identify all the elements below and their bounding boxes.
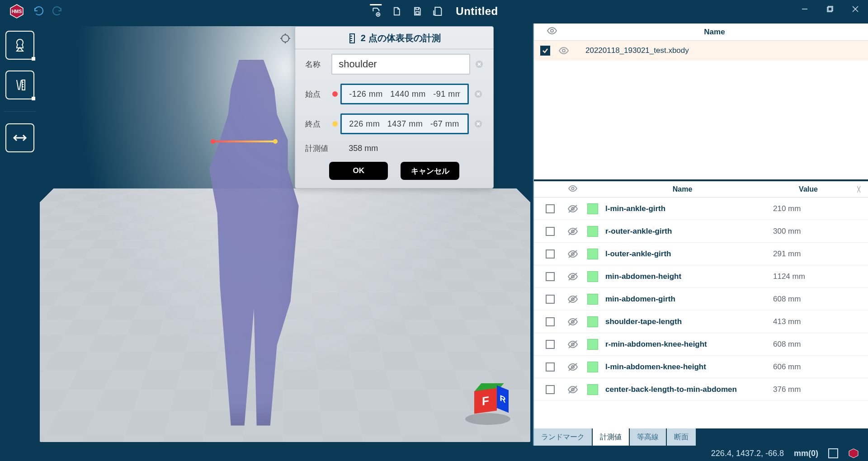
measure-checkbox[interactable] bbox=[538, 317, 562, 326]
color-swatch[interactable] bbox=[584, 249, 602, 259]
measure-value-header[interactable]: Value bbox=[763, 185, 854, 193]
files-pane: Name 20220118_193021_test.xbody bbox=[534, 24, 868, 181]
measure-value: 413 mm bbox=[773, 317, 863, 326]
cancel-button[interactable]: キャンセル bbox=[401, 162, 459, 180]
measure-row[interactable]: min-abdomen-girth 608 mm bbox=[534, 288, 868, 310]
ruler-icon bbox=[348, 33, 356, 43]
measure-checkbox[interactable] bbox=[538, 272, 562, 281]
measure-value: 376 mm bbox=[773, 385, 863, 394]
measure-name: l-min-ankle-girth bbox=[602, 204, 773, 213]
tab-measure[interactable]: 計測値 bbox=[593, 428, 629, 446]
measure-row[interactable]: center-back-length-to-min-abdomen 376 mm bbox=[534, 378, 868, 401]
new-doc-button[interactable] bbox=[391, 5, 402, 17]
measure-checkbox[interactable] bbox=[538, 340, 562, 349]
eye-off-icon[interactable] bbox=[562, 385, 584, 394]
window-minimize-button[interactable] bbox=[792, 0, 817, 18]
color-swatch[interactable] bbox=[584, 339, 602, 350]
window-maximize-button[interactable] bbox=[817, 0, 843, 18]
mode-measure-button[interactable] bbox=[5, 71, 34, 99]
status-coords: 226.4, 1437.2, -66.8 bbox=[711, 449, 784, 458]
tab-section[interactable]: 断面 bbox=[667, 428, 696, 446]
measurements-pane: Name Value ╳ l-min-ankle-girth 210 mm r-… bbox=[534, 181, 868, 446]
end-color-dot bbox=[332, 121, 338, 127]
clear-name-button[interactable] bbox=[475, 59, 483, 69]
status-logo-icon[interactable] bbox=[848, 448, 859, 459]
eye-icon[interactable] bbox=[556, 47, 572, 55]
measure-value: 210 mm bbox=[773, 204, 863, 213]
measure-checkbox[interactable] bbox=[538, 249, 562, 259]
tab-contour[interactable]: 等高線 bbox=[630, 428, 666, 446]
file-row[interactable]: 20220118_193021_test.xbody bbox=[534, 41, 868, 61]
measure-checkbox[interactable] bbox=[538, 362, 562, 372]
file-checkbox[interactable] bbox=[540, 46, 550, 56]
svg-marker-44 bbox=[849, 449, 858, 458]
viewport-3d[interactable]: F R 2 点の体表長の計測 名称 bbox=[40, 26, 530, 442]
start-label: 始点 bbox=[305, 89, 330, 99]
eye-off-icon[interactable] bbox=[562, 362, 584, 372]
eye-off-icon[interactable] bbox=[562, 227, 584, 236]
titlebar: HMS Untitled bbox=[0, 0, 868, 23]
measure-row[interactable]: l-min-abdomen-knee-height 606 mm bbox=[534, 356, 868, 378]
undo-button[interactable] bbox=[30, 2, 48, 20]
color-swatch[interactable] bbox=[584, 384, 602, 395]
status-bar: 226.4, 1437.2, -66.8 mm(0) bbox=[0, 446, 868, 461]
measure-row[interactable]: r-min-abdomen-knee-height 608 mm bbox=[534, 333, 868, 356]
measure-row[interactable]: shoulder-tape-length 413 mm bbox=[534, 310, 868, 333]
measure-checkbox[interactable] bbox=[538, 227, 562, 236]
orientation-cube[interactable]: F R bbox=[467, 380, 509, 421]
measure-name: shoulder-tape-length bbox=[602, 317, 773, 326]
measure-checkbox[interactable] bbox=[538, 385, 562, 394]
svg-rect-3 bbox=[416, 12, 419, 14]
measure-row[interactable]: l-outer-ankle-girth 291 mm bbox=[534, 243, 868, 265]
measurement-panel: 2 点の体表長の計測 名称 始点 bbox=[295, 26, 494, 188]
start-point-input[interactable] bbox=[340, 84, 469, 104]
tab-landmark[interactable]: ランドマーク bbox=[534, 428, 592, 446]
ok-button[interactable]: OK bbox=[329, 162, 388, 180]
measure-checkbox[interactable] bbox=[538, 204, 562, 213]
measure-row[interactable]: min-abdomen-height 1124 mm bbox=[534, 265, 868, 288]
measure-row[interactable]: l-min-ankle-girth 210 mm bbox=[534, 198, 868, 220]
color-swatch[interactable] bbox=[584, 294, 602, 305]
svg-point-23 bbox=[551, 29, 553, 32]
redo-button[interactable] bbox=[48, 2, 66, 20]
window-close-button[interactable] bbox=[843, 0, 868, 18]
measure-value: 291 mm bbox=[773, 249, 863, 259]
save-button[interactable] bbox=[411, 5, 423, 17]
measurement-line-shoulder[interactable] bbox=[212, 141, 276, 142]
color-swatch[interactable] bbox=[584, 362, 602, 372]
name-input[interactable] bbox=[331, 54, 470, 75]
eye-off-icon[interactable] bbox=[562, 340, 584, 349]
color-swatch[interactable] bbox=[584, 271, 602, 282]
measure-checkbox[interactable] bbox=[538, 295, 562, 304]
mode-resize-button[interactable] bbox=[5, 123, 34, 152]
mode-body-button[interactable] bbox=[5, 31, 34, 60]
clear-start-button[interactable] bbox=[473, 89, 483, 99]
eye-off-icon[interactable] bbox=[562, 317, 584, 326]
measure-name: l-outer-ankle-girth bbox=[602, 249, 773, 259]
eye-off-icon[interactable] bbox=[562, 272, 584, 281]
status-rect-icon[interactable] bbox=[828, 448, 838, 458]
import-body-button[interactable] bbox=[370, 4, 382, 16]
right-panel: Name 20220118_193021_test.xbody Name Val… bbox=[533, 24, 868, 446]
measure-name: l-min-abdomen-knee-height bbox=[602, 362, 773, 372]
eye-off-icon[interactable] bbox=[562, 204, 584, 213]
name-label: 名称 bbox=[305, 59, 327, 70]
reset-camera-button[interactable] bbox=[278, 31, 293, 46]
measure-name: min-abdomen-height bbox=[602, 272, 773, 281]
start-color-dot bbox=[332, 91, 338, 97]
app-logo: HMS bbox=[8, 3, 25, 20]
doc-toolbar: Untitled bbox=[366, 0, 501, 23]
color-swatch[interactable] bbox=[584, 226, 602, 237]
end-point-input[interactable] bbox=[340, 113, 469, 134]
files-name-header[interactable]: Name bbox=[566, 28, 863, 37]
eye-off-icon[interactable] bbox=[562, 249, 584, 259]
color-swatch[interactable] bbox=[584, 203, 602, 214]
color-swatch[interactable] bbox=[584, 316, 602, 327]
clear-end-button[interactable] bbox=[473, 119, 483, 129]
scroll-up-indicator[interactable]: ╳ bbox=[854, 186, 863, 193]
eye-off-icon[interactable] bbox=[562, 295, 584, 304]
save-as-button[interactable] bbox=[432, 5, 444, 17]
measure-row[interactable]: r-outer-ankle-girth 300 mm bbox=[534, 220, 868, 243]
measure-value: 608 mm bbox=[773, 340, 863, 349]
measure-name-header[interactable]: Name bbox=[602, 185, 763, 193]
